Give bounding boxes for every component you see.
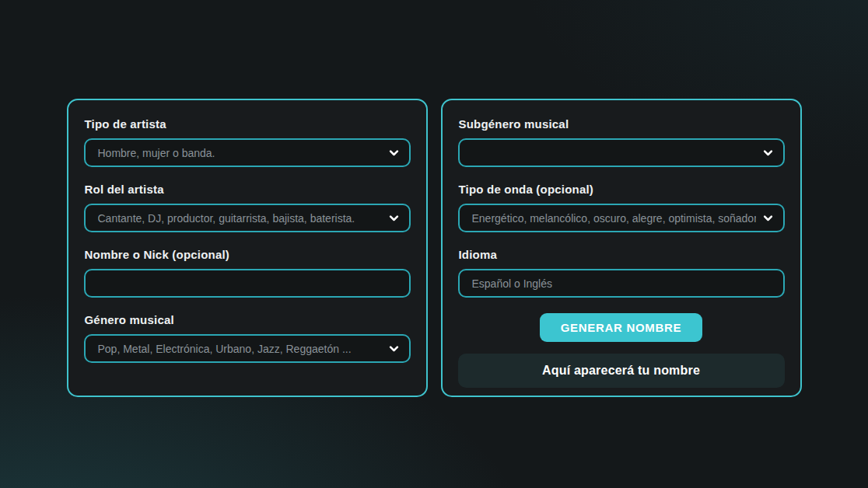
left-form-panel: Tipo de artista Hombre, mujer o banda. R… [67, 99, 428, 397]
select-placeholder: Hombre, mujer o banda. [98, 147, 382, 159]
field-group-tipo-de-onda: Tipo de onda (opcional) Energético, mela… [458, 183, 785, 232]
tipo-de-artista-select[interactable]: Hombre, mujer o banda. [84, 138, 411, 167]
nombre-nick-input[interactable] [84, 269, 411, 298]
select-placeholder: Cantante, DJ, productor, guitarrista, ba… [98, 212, 382, 225]
right-form-panel: Subgénero musical Tipo de onda (opcional… [441, 99, 802, 397]
field-group-tipo-de-artista: Tipo de artista Hombre, mujer o banda. [84, 117, 411, 167]
chevron-down-icon [388, 212, 400, 224]
rol-del-artista-select[interactable]: Cantante, DJ, productor, guitarrista, ba… [84, 204, 411, 232]
tipo-de-artista-label: Tipo de artista [85, 117, 411, 131]
result-box: Aquí aparecerá tu nombre [458, 354, 785, 388]
result-text: Aquí aparecerá tu nombre [542, 364, 700, 378]
chevron-down-icon [388, 147, 400, 159]
field-group-rol-del-artista: Rol del artista Cantante, DJ, productor,… [84, 183, 411, 232]
genero-musical-select[interactable]: Pop, Metal, Electrónica, Urbano, Jazz, R… [84, 334, 411, 363]
field-group-subgenero-musical: Subgénero musical [458, 117, 785, 167]
select-placeholder: Energético, melancólico, oscuro, alegre,… [472, 212, 756, 225]
select-placeholder: Pop, Metal, Electrónica, Urbano, Jazz, R… [98, 343, 382, 355]
rol-del-artista-label: Rol del artista [85, 183, 411, 196]
genero-musical-label: Género musical [85, 313, 411, 326]
subgenero-musical-select[interactable] [458, 138, 785, 167]
chevron-down-icon [762, 147, 774, 159]
form-container: Tipo de artista Hombre, mujer o banda. R… [0, 0, 868, 397]
nombre-nick-label: Nombre o Nick (opcional) [85, 248, 411, 261]
idioma-input[interactable] [458, 269, 785, 298]
tipo-de-onda-select[interactable]: Energético, melancólico, oscuro, alegre,… [458, 204, 785, 232]
tipo-de-onda-label: Tipo de onda (opcional) [459, 183, 785, 196]
generar-nombre-button[interactable]: GENERAR NOMBRE [540, 313, 703, 342]
subgenero-musical-label: Subgénero musical [459, 117, 785, 131]
chevron-down-icon [388, 343, 400, 354]
field-group-genero-musical: Género musical Pop, Metal, Electrónica, … [84, 313, 411, 363]
field-group-idioma: Idioma [458, 248, 785, 298]
idioma-label: Idioma [459, 248, 785, 261]
chevron-down-icon [762, 212, 774, 224]
field-group-nombre-nick: Nombre o Nick (opcional) [84, 248, 411, 298]
generate-button-row: GENERAR NOMBRE [458, 313, 785, 342]
